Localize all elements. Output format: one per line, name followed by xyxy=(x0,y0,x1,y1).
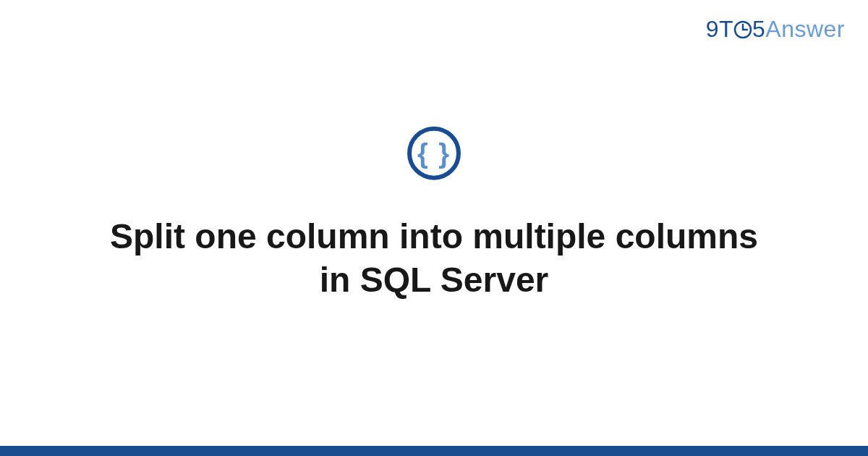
braces-glyph: { } xyxy=(417,140,451,167)
page-title: Split one column into multiple columns i… xyxy=(101,215,767,302)
logo-middle: 5 xyxy=(752,16,765,42)
code-braces-icon: { } xyxy=(407,127,461,180)
main-content: { } Split one column into multiple colum… xyxy=(0,127,868,302)
clock-icon xyxy=(733,18,752,45)
logo-prefix: 9T xyxy=(706,16,733,42)
logo-suffix: Answer xyxy=(765,16,845,42)
footer-accent-bar xyxy=(0,446,868,456)
site-logo: 9T5Answer xyxy=(706,16,845,43)
